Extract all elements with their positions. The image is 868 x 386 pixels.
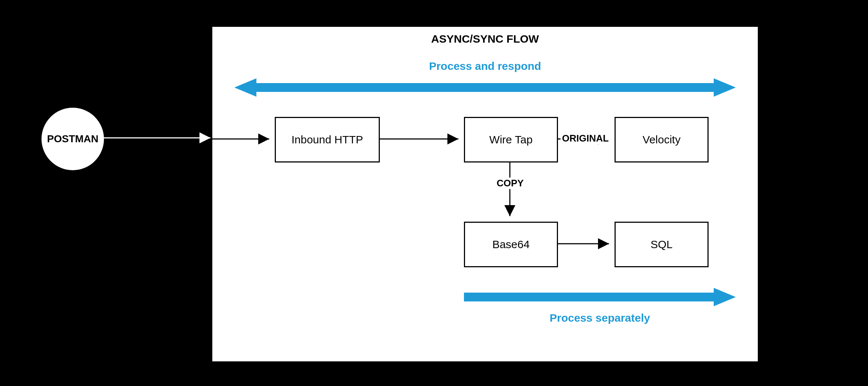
- svg-marker-1: [234, 78, 736, 97]
- node-base64-label: Base64: [492, 238, 530, 251]
- arrow-postman-to-inbound: [104, 132, 225, 143]
- caption-bottom: Process separately: [464, 312, 736, 324]
- node-wire-tap-label: Wire Tap: [489, 133, 533, 146]
- node-velocity: Velocity: [615, 117, 709, 162]
- arrow-base64-to-sql: [557, 238, 615, 249]
- node-wire-tap: Wire Tap: [464, 117, 558, 162]
- arrow-wiretap-to-base64: [504, 161, 515, 222]
- arrow-into-inbound: [212, 133, 275, 144]
- postman-label: POSTMAN: [47, 133, 98, 145]
- flow-container: ASYNC/SYNC FLOW Process and respond Inbo…: [211, 26, 759, 362]
- double-arrow-top: [234, 76, 736, 99]
- arrow-inbound-to-wiretap: [379, 133, 464, 144]
- arrow-bottom: [464, 286, 736, 308]
- node-inbound-http-label: Inbound HTTP: [291, 133, 363, 146]
- edge-label-original: ORIGINAL: [561, 133, 610, 144]
- caption-top: Process and respond: [212, 60, 758, 72]
- node-base64: Base64: [464, 222, 558, 267]
- node-sql: SQL: [615, 222, 709, 267]
- node-inbound-http: Inbound HTTP: [275, 117, 380, 162]
- edge-label-copy: COPY: [495, 178, 525, 189]
- node-velocity-label: Velocity: [642, 133, 680, 146]
- postman-node: POSTMAN: [40, 107, 105, 171]
- node-sql-label: SQL: [651, 238, 673, 251]
- svg-marker-7: [464, 288, 736, 306]
- diagram-canvas: POSTMAN ASYNC/SYNC FLOW Process and resp…: [0, 0, 868, 386]
- container-title: ASYNC/SYNC FLOW: [212, 33, 758, 45]
